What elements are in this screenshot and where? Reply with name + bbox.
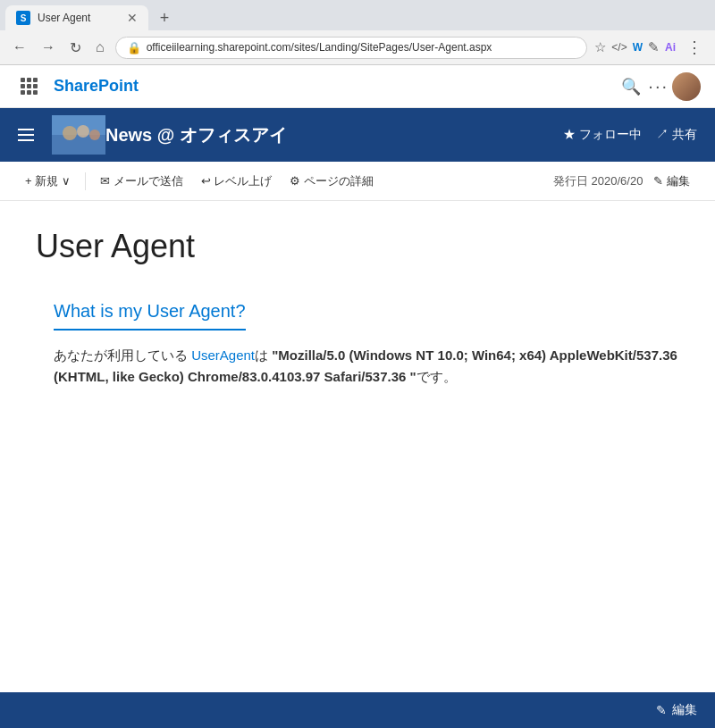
follow-button[interactable]: ★ フォロー中: [563, 127, 642, 143]
edit-extension-button[interactable]: ✎: [648, 39, 660, 55]
site-logo: [52, 115, 105, 155]
user-agent-link[interactable]: UserAgent: [191, 347, 255, 363]
avatar[interactable]: [672, 72, 701, 101]
page-details-button[interactable]: ⚙ ページの詳細: [282, 170, 381, 193]
page-title: User Agent: [36, 228, 679, 265]
edit-button[interactable]: ✎ 編集: [646, 170, 697, 193]
tab-favicon: S: [16, 11, 30, 25]
tab-close-button[interactable]: ✕: [127, 11, 138, 25]
bookmark-button[interactable]: ☆: [594, 39, 606, 55]
section-heading: What is my User Agent?: [54, 301, 246, 331]
browser-menu-button[interactable]: ⋮: [683, 36, 706, 59]
page-toolbar: + 新規 ∨ ✉ メールで送信 ↩ レベル上げ ⚙ ページの詳細 発行日 202…: [0, 162, 715, 201]
footer-edit-label: 編集: [672, 702, 697, 718]
toolbar-separator-1: [85, 172, 86, 190]
reload-button[interactable]: ↻: [66, 38, 85, 58]
avatar-image: [672, 72, 701, 101]
forward-button[interactable]: →: [38, 38, 59, 57]
browser-chrome: S User Agent ✕ + ← → ↻ ⌂ 🔒 officeiilearn…: [0, 0, 715, 65]
svg-point-3: [77, 125, 89, 138]
body-suffix: です。: [416, 369, 457, 384]
svg-point-4: [89, 130, 100, 140]
back-button[interactable]: ←: [9, 38, 30, 57]
more-button[interactable]: ···: [644, 72, 672, 100]
ai-button[interactable]: Ai: [665, 41, 676, 54]
page-content: User Agent What is my User Agent? あなたが利用…: [0, 201, 715, 406]
content-section: What is my User Agent? あなたが利用している UserAg…: [36, 301, 679, 388]
tab-title: User Agent: [38, 12, 120, 24]
waffle-button[interactable]: [14, 72, 43, 101]
site-header: News @ オフィスアイ ★ フォロー中 ↗ 共有: [0, 108, 715, 162]
sharepoint-logo: SharePoint: [54, 77, 618, 96]
devtools-button[interactable]: </>: [611, 41, 627, 54]
search-button[interactable]: 🔍: [618, 73, 644, 100]
new-chevron: ∨: [62, 174, 71, 188]
section-body: あなたが利用している UserAgentは "Mozilla/5.0 (Wind…: [54, 345, 679, 388]
share-button[interactable]: ↗ 共有: [656, 127, 697, 143]
hamburger-icon: [18, 129, 34, 141]
site-actions: ★ フォロー中 ↗ 共有: [563, 127, 697, 143]
hamburger-button[interactable]: [18, 125, 41, 145]
lock-icon: 🔒: [127, 41, 141, 54]
new-tab-button[interactable]: +: [152, 5, 177, 30]
footer-bar: ✎ 編集: [0, 692, 715, 728]
url-actions: ☆ </> W ✎ Ai: [594, 39, 676, 55]
footer-edit-icon: ✎: [656, 703, 667, 717]
body-prefix: あなたが利用している: [54, 347, 191, 363]
url-text: officeiilearning.sharepoint.com/sites/La…: [147, 41, 576, 54]
address-bar: ← → ↻ ⌂ 🔒 officeiilearning.sharepoint.co…: [0, 30, 715, 64]
publish-date: 発行日 2020/6/20: [553, 173, 643, 189]
body-middle: は: [255, 347, 272, 363]
tab-bar: S User Agent ✕ +: [0, 0, 715, 30]
email-button[interactable]: ✉ メールで送信: [93, 170, 190, 193]
sharepoint-top-bar: SharePoint 🔍 ···: [0, 65, 715, 108]
ms-extension-button[interactable]: W: [633, 41, 643, 54]
url-input[interactable]: 🔒 officeiilearning.sharepoint.com/sites/…: [115, 37, 588, 59]
promote-button[interactable]: ↩ レベル上げ: [194, 170, 280, 193]
new-label: + 新規: [25, 173, 58, 189]
home-button[interactable]: ⌂: [92, 38, 108, 57]
waffle-icon: [21, 78, 38, 95]
active-tab[interactable]: S User Agent ✕: [5, 5, 148, 30]
site-title: News @ オフィスアイ: [105, 123, 563, 147]
new-button[interactable]: + 新規 ∨: [18, 170, 78, 193]
footer-edit-button[interactable]: ✎ 編集: [656, 702, 697, 718]
svg-point-2: [63, 126, 77, 140]
